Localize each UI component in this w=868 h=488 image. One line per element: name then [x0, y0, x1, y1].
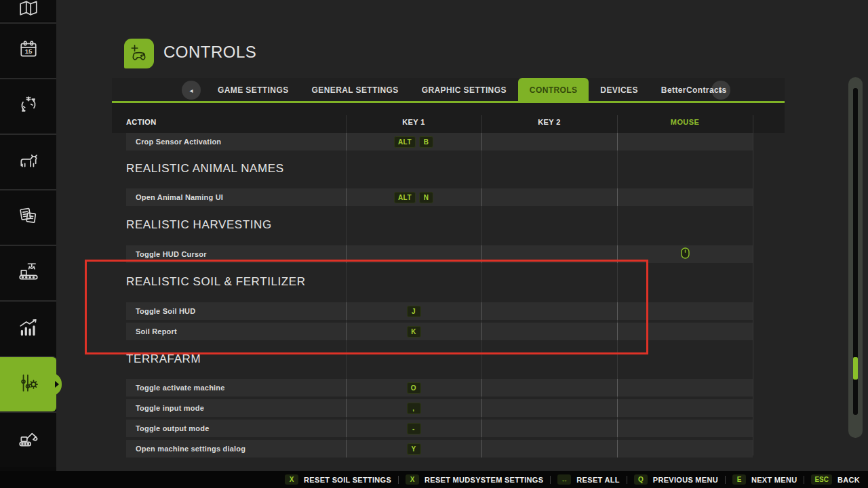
- key-badge: N: [419, 192, 433, 203]
- hotkey-badge: X: [406, 474, 419, 485]
- page-title: CONTROLS: [163, 43, 256, 62]
- table-row[interactable]: Crop Sensor ActivationALTB: [126, 133, 753, 150]
- action-label: Crop Sensor Activation: [136, 133, 221, 150]
- active-item-arrow-notch: [50, 373, 62, 396]
- footer-divider: [550, 476, 551, 484]
- footer-action-back[interactable]: ESCBACK: [811, 474, 860, 485]
- hotkey-label: PREVIOUS MENU: [653, 476, 718, 484]
- key-badge: -: [407, 423, 421, 434]
- column-header-key1: KEY 1: [346, 118, 481, 126]
- key1-cell: ,: [346, 399, 481, 417]
- footer-hotkey-bar: XRESET SOIL SETTINGSXRESET MUDSYSTEM SET…: [0, 471, 868, 488]
- key2-cell: [481, 399, 617, 417]
- mouse-cell: [617, 188, 753, 206]
- footer-action-previous-menu[interactable]: QPREVIOUS MENU: [634, 474, 718, 485]
- hotkey-label: RESET SOIL SETTINGS: [304, 476, 391, 484]
- scrollbar-thumb[interactable]: [853, 357, 858, 380]
- footer-divider: [627, 476, 627, 484]
- footer-action-next-menu[interactable]: ENEXT MENU: [732, 474, 797, 485]
- tab-controls[interactable]: CONTROLS: [518, 78, 589, 103]
- hotkey-badge: X: [285, 474, 298, 485]
- tab-bettercontracts[interactable]: BetterContracts: [650, 78, 738, 103]
- contracts-icon: [18, 206, 39, 229]
- action-label: Toggle activate machine: [136, 379, 225, 396]
- sidebar-item-crop-rotation[interactable]: [0, 78, 56, 134]
- hotkey-badge: ESC: [811, 474, 832, 485]
- tab-game-settings[interactable]: GAME SETTINGS: [206, 78, 300, 103]
- key-badge: ALT: [394, 192, 416, 203]
- footer-action-reset-all[interactable]: ↔RESET ALL: [557, 474, 619, 485]
- hotkey-label: BACK: [837, 476, 860, 484]
- animals-icon: [18, 150, 39, 174]
- section-heading: TERRAFARM: [126, 352, 201, 366]
- production-icon: [18, 261, 39, 285]
- controls-gamepad-icon: [124, 39, 154, 68]
- table-row[interactable]: Open Animal Naming UIALTN: [126, 188, 753, 206]
- section-heading: REALISTIC ANIMAL NAMES: [126, 162, 284, 176]
- hotkey-badge: ↔: [557, 474, 571, 485]
- footer-action-reset-soil-settings[interactable]: XRESET SOIL SETTINGS: [285, 474, 391, 485]
- mouse-cell: [617, 399, 753, 417]
- hotkey-label: RESET MUDSYSTEM SETTINGS: [425, 476, 543, 484]
- highlight-rectangle: [85, 260, 648, 354]
- column-divider: [753, 115, 753, 455]
- hotkey-badge: Q: [634, 474, 648, 485]
- sidebar-item-construction[interactable]: [0, 411, 56, 467]
- tab-graphic-settings[interactable]: GRAPHIC SETTINGS: [410, 78, 518, 103]
- footer-divider: [804, 476, 804, 484]
- sidebar-item-calendar[interactable]: 15: [0, 22, 56, 78]
- svg-text:15: 15: [24, 47, 32, 55]
- mouse-binding-icon: [681, 247, 690, 262]
- statistics-icon: [18, 317, 39, 341]
- key1-cell: ALTN: [346, 188, 481, 206]
- key-badge: Y: [407, 443, 421, 455]
- footer-divider: [725, 476, 726, 484]
- key1-cell: -: [346, 420, 481, 437]
- key-badge: B: [419, 136, 433, 148]
- hotkey-label: RESET ALL: [576, 476, 619, 484]
- tabs-prev-button[interactable]: ◂: [182, 81, 201, 100]
- hotkey-label: NEXT MENU: [751, 476, 797, 484]
- sidebar-item-production[interactable]: [0, 245, 56, 300]
- mouse-cell: [617, 133, 753, 150]
- sidebar-item-map[interactable]: [0, 0, 56, 21]
- action-label: Toggle input mode: [136, 399, 204, 417]
- sidebar-item-contracts[interactable]: [0, 189, 56, 245]
- crop-rotation-icon: [18, 95, 39, 118]
- key2-cell: [481, 133, 617, 150]
- mouse-cell: [617, 420, 753, 437]
- tab-bar: GAME SETTINGSGENERAL SETTINGSGRAPHIC SET…: [206, 78, 738, 103]
- action-label: Open Animal Naming UI: [136, 188, 223, 206]
- sidebar-item-animals[interactable]: [0, 134, 56, 189]
- hotkey-badge: E: [732, 474, 746, 485]
- section-heading: REALISTIC HARVESTING: [126, 218, 272, 232]
- key-badge: O: [407, 382, 421, 394]
- settings-icon: [18, 372, 39, 396]
- key2-cell: [481, 379, 617, 396]
- table-row[interactable]: Toggle input mode,: [126, 399, 753, 417]
- key2-cell: [481, 188, 617, 206]
- tab-devices[interactable]: DEVICES: [589, 78, 649, 103]
- key1-cell: O: [346, 379, 481, 396]
- table-row[interactable]: Toggle output mode-: [126, 420, 753, 437]
- controls-settings-screen: 15 CONTROLS ◂ ▸ GAME SETTINGSGENERAL SET…: [0, 0, 868, 488]
- action-label: Open machine settings dialog: [136, 440, 245, 458]
- table-row[interactable]: Toggle activate machineO: [126, 379, 753, 396]
- sidebar-item-settings[interactable]: [0, 356, 56, 411]
- key-badge: ,: [407, 403, 421, 414]
- key1-cell: Y: [346, 440, 481, 458]
- column-header-action: ACTION: [126, 118, 157, 126]
- key2-cell: [481, 420, 617, 437]
- map-icon: [18, 0, 39, 21]
- footer-divider: [398, 476, 399, 484]
- footer-action-reset-mudsystem-settings[interactable]: XRESET MUDSYSTEM SETTINGS: [406, 474, 543, 485]
- column-header-key2: KEY 2: [481, 118, 617, 126]
- sidebar-item-statistics[interactable]: [0, 300, 56, 356]
- tab-general-settings[interactable]: GENERAL SETTINGS: [300, 78, 410, 103]
- mouse-cell: [617, 379, 753, 396]
- key-badge: ALT: [394, 136, 416, 148]
- table-row[interactable]: Open machine settings dialogY: [126, 440, 753, 458]
- sidebar: 15: [0, 0, 56, 471]
- mouse-cell: [617, 440, 753, 458]
- key1-cell: ALTB: [346, 133, 481, 150]
